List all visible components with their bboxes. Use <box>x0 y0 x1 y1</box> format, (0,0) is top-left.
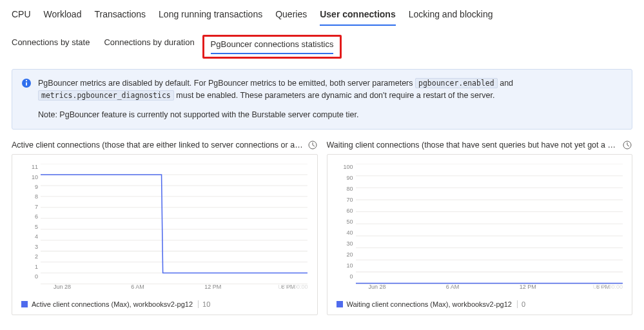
utc-label-right: UTC+00:00 <box>593 284 623 290</box>
banner-note: Note: PgBouncer feature is currently not… <box>38 109 623 121</box>
highlight-box: PgBouncer connections statistics <box>202 35 342 59</box>
x-axis-ticks-right: Jun 286 AM12 PM6 PM <box>356 284 623 290</box>
chart-card-left[interactable]: 11109876543210 Jun 286 AM12 PM6 PM UTC+0… <box>12 154 318 315</box>
subtab-pgbouncer-connections-statistics[interactable]: PgBouncer connections statistics <box>211 38 334 54</box>
pin-icon[interactable] <box>307 140 318 150</box>
tab-cpu[interactable]: CPU <box>12 5 31 26</box>
svg-point-2 <box>26 80 27 81</box>
legend-series-right: Waiting client connections (Max), workbo… <box>347 300 512 308</box>
banner-code-2: metrics.pgbouncer_diagnostics <box>38 90 174 101</box>
chart-row: Active client connections (those that ar… <box>0 136 644 327</box>
legend-value-right: 0 <box>517 300 525 308</box>
y-axis-ticks-left: 11109876543210 <box>19 164 38 280</box>
tab-workload[interactable]: Workload <box>44 5 82 26</box>
tab-locking-and-blocking[interactable]: Locking and blocking <box>409 5 493 26</box>
pin-icon[interactable] <box>622 140 632 150</box>
utc-label-left: UTC+00:00 <box>278 284 307 290</box>
info-icon <box>21 78 32 88</box>
legend-swatch <box>337 301 343 307</box>
tab-queries[interactable]: Queries <box>275 5 307 26</box>
primary-tabs: CPU Workload Transactions Long running t… <box>0 0 644 26</box>
banner-code-1: pgbouncer.enabled <box>415 78 498 88</box>
legend-value-left: 10 <box>198 300 210 308</box>
y-axis-ticks-right: 1009080706050403020100 <box>334 164 353 280</box>
banner-text-1: PgBouncer metrics are disabled by defaul… <box>38 79 415 88</box>
banner-text-2: and <box>500 79 513 88</box>
chart-plot-left <box>41 164 307 284</box>
chart-card-right[interactable]: 1009080706050403020100 Jun 286 AM12 PM6 … <box>327 154 633 315</box>
chart-legend-right: Waiting client connections (Max), workbo… <box>337 300 526 308</box>
svg-rect-1 <box>26 82 27 86</box>
tab-transactions[interactable]: Transactions <box>94 5 146 26</box>
chart-title-right: Waiting client connections (those that h… <box>327 141 619 150</box>
chart-title-left: Active client connections (those that ar… <box>12 141 304 150</box>
chart-plot-right <box>356 164 623 284</box>
tab-user-connections[interactable]: User connections <box>320 5 395 26</box>
banner-text-3: must be enabled. These parameters are dy… <box>176 91 494 100</box>
x-axis-ticks-left: Jun 286 AM12 PM6 PM <box>41 284 308 290</box>
info-banner-text: PgBouncer metrics are disabled by defaul… <box>38 77 623 121</box>
chart-legend-left: Active client connections (Max), workboo… <box>21 300 210 308</box>
subtab-connections-by-duration[interactable]: Connections by duration <box>104 36 194 56</box>
subtab-connections-by-state[interactable]: Connections by state <box>12 36 90 56</box>
tab-long-running-transactions[interactable]: Long running transactions <box>159 5 262 26</box>
chart-active-client-connections: Active client connections (those that ar… <box>12 140 318 315</box>
chart-waiting-client-connections: Waiting client connections (those that h… <box>327 140 633 315</box>
secondary-tabs: Connections by state Connections by dura… <box>0 26 644 63</box>
legend-series-left: Active client connections (Max), workboo… <box>32 300 193 308</box>
info-banner: PgBouncer metrics are disabled by defaul… <box>12 69 632 130</box>
legend-swatch <box>21 301 28 307</box>
